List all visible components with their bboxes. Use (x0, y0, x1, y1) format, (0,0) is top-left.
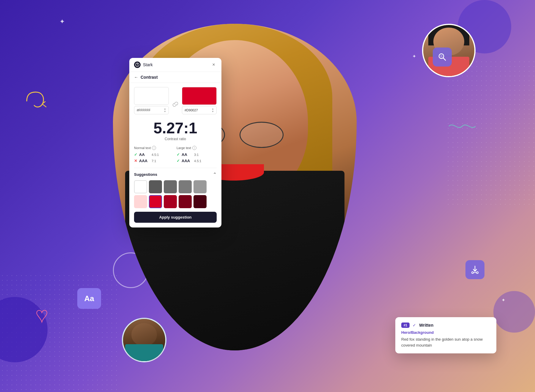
large-aaa-pass-icon: ✓ (177, 159, 180, 163)
large-aa-ratio: 3:1 (194, 153, 199, 157)
normal-aaa-fail-icon: ✕ (134, 159, 137, 163)
svg-line-0 (42, 104, 46, 107)
color1-swatch[interactable] (134, 87, 169, 105)
large-aa-pass-icon: ✓ (177, 152, 180, 157)
suggestion-red-selected[interactable] (149, 195, 162, 208)
apply-suggestion-button[interactable]: Apply suggestion (134, 212, 217, 223)
written-header: #1 ✓ Written (401, 323, 490, 328)
written-status-label: Written (419, 323, 433, 328)
written-section-title: Hero/Background (401, 330, 490, 335)
written-number-badge: #1 (401, 323, 410, 328)
color1-hex-input[interactable]: #FFFFFF ▲▼ (134, 106, 169, 114)
normal-aa-row: ✓ AA 4.5:1 (134, 152, 174, 157)
suggestion-darkred1[interactable] (164, 195, 177, 208)
color2-hex-value: #D90027 (185, 108, 198, 112)
panel-app-name: Stark (143, 62, 153, 67)
written-description: Red fox standing in the golden sun atop … (401, 336, 490, 348)
svg-point-11 (137, 65, 138, 66)
blob-decoration-right (493, 291, 535, 333)
color1-arrows[interactable]: ▲▼ (164, 108, 166, 113)
large-aa-row: ✓ AA 3:1 (177, 152, 217, 157)
link-icon-container (171, 101, 180, 107)
large-text-info-icon[interactable]: i (192, 146, 196, 150)
large-aa-level: AA (182, 152, 192, 157)
flow-badge (465, 260, 484, 279)
wave-decoration (446, 119, 476, 136)
search-badge (433, 48, 452, 67)
suggestion-darkred3[interactable] (193, 195, 207, 208)
font-badge: Aa (77, 288, 101, 309)
color1-group: #FFFFFF ▲▼ (134, 87, 169, 114)
svg-point-6 (472, 272, 473, 274)
avatar-man (122, 318, 166, 362)
normal-aa-level: AA (139, 152, 150, 157)
color2-arrows[interactable]: ▲▼ (212, 108, 214, 113)
color2-hex-input[interactable]: #D90027 ▲▼ (182, 106, 217, 114)
large-aaa-level: AAA (182, 159, 192, 163)
svg-point-7 (476, 272, 478, 274)
large-text-label: Large text (177, 146, 191, 150)
large-aaa-row: ✓ AAA 4.5:1 (177, 159, 217, 163)
panel-title-group: Stark (134, 61, 153, 68)
svg-point-4 (440, 55, 443, 57)
suggestion-gray4[interactable] (193, 180, 207, 193)
contrast-ratio-label: Contrast ratio (134, 137, 217, 141)
close-button[interactable]: × (211, 62, 217, 68)
suggestion-pink[interactable] (134, 195, 147, 208)
suggestion-gray1[interactable] (149, 180, 162, 193)
color2-group: #D90027 ▲▼ (182, 87, 217, 114)
svg-line-3 (443, 58, 446, 60)
color2-swatch[interactable] (182, 87, 217, 105)
collapse-suggestions-button[interactable]: ⌃ (213, 172, 217, 177)
normal-text-label: Normal text (134, 146, 151, 150)
contrast-ratio-section: 5.27:1 Contrast ratio (129, 117, 221, 146)
suggestions-row-1 (134, 180, 217, 193)
suggestion-darkred2[interactable] (179, 195, 192, 208)
large-text-header: Large text i (177, 146, 217, 150)
contrast-ratio-value: 5.27:1 (134, 120, 217, 136)
normal-aaa-level: AAA (139, 159, 150, 163)
wcag-grid: Normal text i ✓ AA 4.5:1 ✕ AAA 7:1 Large… (129, 146, 221, 168)
suggestion-gray2[interactable] (164, 180, 177, 193)
panel-nav[interactable]: ← Contrast (129, 72, 221, 83)
sparkle-1: ✦ (59, 18, 65, 26)
normal-aa-ratio: 4.5:1 (152, 153, 159, 157)
suggestions-grid (129, 180, 221, 212)
panel-header: Stark × (129, 58, 221, 72)
heart-decoration: ♥ (36, 303, 48, 327)
suggestions-header: Suggestions ⌃ (129, 168, 221, 180)
normal-text-info-icon[interactable]: i (152, 146, 156, 150)
suggestions-row-2 (134, 195, 217, 208)
large-text-column: Large text i ✓ AA 3:1 ✓ AAA 4.5:1 (177, 146, 217, 163)
suggestions-title: Suggestions (134, 172, 157, 177)
sparkle-3: ✦ (412, 53, 416, 59)
sparkle-4: ✦ (501, 297, 505, 303)
color-inputs-section: #FFFFFF ▲▼ #D90027 (129, 83, 221, 117)
normal-aaa-row: ✕ AAA 7:1 (134, 159, 174, 163)
link-colors-icon[interactable] (172, 101, 178, 107)
stark-logo (134, 61, 141, 68)
written-check-icon: ✓ (413, 323, 416, 328)
suggestion-white[interactable] (134, 180, 147, 193)
normal-text-header: Normal text i (134, 146, 174, 150)
normal-aaa-ratio: 7:1 (152, 159, 156, 163)
font-icon: Aa (84, 294, 94, 303)
color1-hex-value: #FFFFFF (137, 108, 150, 112)
normal-text-column: Normal text i ✓ AA 4.5:1 ✕ AAA 7:1 (134, 146, 174, 163)
panel-section-title: Contrast (141, 75, 158, 80)
written-card: #1 ✓ Written Hero/Background Red fox sta… (395, 317, 496, 353)
back-arrow-icon[interactable]: ← (134, 75, 138, 80)
swirl-decoration (24, 89, 48, 113)
large-aaa-ratio: 4.5:1 (194, 159, 201, 163)
normal-aa-pass-icon: ✓ (134, 152, 137, 157)
suggestion-gray3[interactable] (179, 180, 192, 193)
